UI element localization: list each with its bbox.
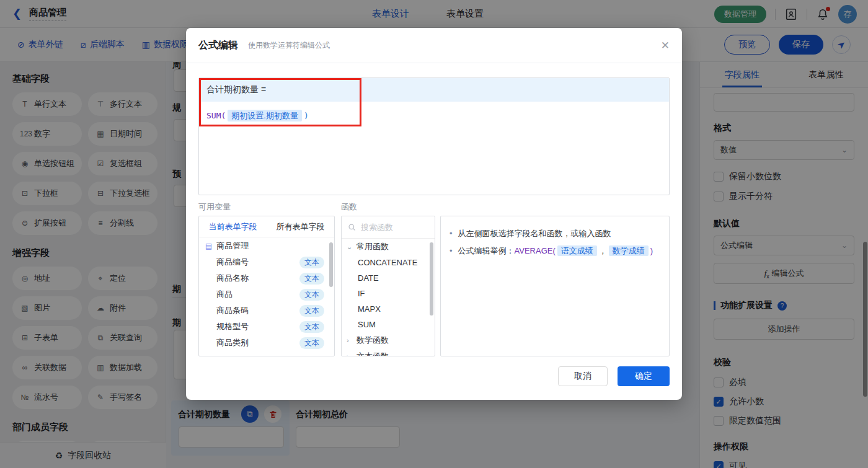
chevron-right-icon: › [347,337,353,344]
function-group-label: 常用函数 [356,241,389,252]
variables-tree-root[interactable]: ▤ 商品管理 [199,237,334,254]
field-type-badge: 文本 [299,305,324,317]
modal-titlebar: 公式编辑 使用数学运算符编辑公式 ✕ [186,28,682,63]
function-item[interactable]: MAPX [342,301,435,317]
variables-tabs: 当前表单字段 所有表单字段 [199,216,334,237]
example-chip: 数学成绩 [609,245,649,256]
field-type-badge: 文本 [299,273,324,285]
variable-field-row[interactable]: 商品 文本 [199,286,334,302]
variable-field-name: 商品类别 [216,337,249,348]
variable-field-name: 商品条码 [216,305,249,316]
help-tip-text: 从左侧面板选择字段名和函数，或输入函数 [458,227,611,240]
example-prefix: 公式编辑举例： [458,246,515,255]
formula-target-label: 合计期初数量 = [206,84,266,95]
formula-editor-area[interactable]: 合计期初数量 = SUM(期初设置.期初数量) [198,77,670,195]
tree-root-label: 商品管理 [216,241,249,252]
example-close-paren: ) [650,246,653,255]
functions-panel: ⌄ 常用函数 CONCATENATEDATEIFMAPXSUM › 数学函数 ›… [341,216,435,356]
variable-field-row[interactable]: 规格型号 文本 [199,319,334,335]
variable-field-name: 商品编号 [216,257,249,268]
scrollbar-thumb[interactable] [329,242,333,287]
function-search-input[interactable] [361,223,423,232]
formula-function-token: SUM( [206,111,226,120]
modal-title: 公式编辑 [198,39,238,52]
confirm-button[interactable]: 确定 [618,366,670,386]
scrollbar-thumb[interactable] [430,242,433,316]
function-item[interactable]: IF [342,286,435,301]
formula-field-chip[interactable]: 期初设置.期初数量 [228,110,302,121]
field-type-badge: 文本 [299,257,324,268]
tab-current-form-fields[interactable]: 当前表单字段 [199,216,267,237]
help-panel: • 从左侧面板选择字段名和函数，或输入函数 • 公式编辑举例：AVERAGE(语… [440,216,670,356]
variable-field-row[interactable]: 商品类别 文本 [199,335,334,351]
tab-all-form-fields[interactable]: 所有表单字段 [267,216,334,237]
chevron-right-icon: › [347,353,353,356]
function-group-label: 文本函数 [356,351,389,356]
chevron-down-icon: ⌄ [347,243,353,251]
search-icon [348,223,356,232]
example-function: AVERAGE( [515,246,556,255]
formula-close-paren: ) [304,111,309,120]
form-document-icon: ▤ [205,242,212,250]
cancel-button[interactable]: 取消 [558,366,608,386]
help-example: • 公式编辑举例：AVERAGE(语文成绩，数学成绩) [450,245,660,257]
variable-field-name: 规格型号 [216,321,249,332]
example-chip: 语文成绩 [557,245,597,256]
variable-field-name: 商品名称 [216,273,249,284]
variables-panel: 当前表单字段 所有表单字段 ▤ 商品管理 商品编号 文本 商品名称 文本 商品 … [198,216,335,356]
variable-field-name: 商品 [216,289,232,300]
field-type-badge: 文本 [299,321,324,333]
modal-footer: 取消 确定 [558,366,670,386]
function-list: CONCATENATEDATEIFMAPXSUM [342,255,435,332]
bullet-icon: • [450,245,453,257]
function-item[interactable]: CONCATENATE [342,255,435,270]
function-group-label: 数学函数 [356,335,389,346]
variable-field-row[interactable]: 商品条码 文本 [199,302,334,319]
bullet-icon: • [450,227,453,240]
field-type-badge: 文本 [299,289,324,301]
field-type-badge: 文本 [299,337,324,349]
functions-panel-label: 函数 [341,201,357,213]
variables-field-list: 商品编号 文本 商品名称 文本 商品 文本 商品条码 文本 规格型号 文本 商品… [199,254,334,351]
function-item[interactable]: SUM [342,317,435,332]
function-group-collapsed[interactable]: › 数学函数 [342,332,435,348]
help-example-text: 公式编辑举例：AVERAGE(语文成绩，数学成绩) [458,245,653,257]
variables-panel-label: 可用变量 [198,201,231,213]
function-group-collapsed[interactable]: › 文本函数 [342,348,435,356]
variable-field-row[interactable]: 商品名称 文本 [199,270,334,286]
function-group-common[interactable]: ⌄ 常用函数 [342,239,435,255]
function-item[interactable]: DATE [342,270,435,286]
close-icon[interactable]: ✕ [661,39,670,52]
formula-editor-modal: 公式编辑 使用数学运算符编辑公式 ✕ 合计期初数量 = SUM(期初设置.期初数… [186,28,682,400]
example-comma: ， [599,246,607,255]
modal-subtitle: 使用数学运算符编辑公式 [248,40,330,51]
variable-field-row[interactable]: 商品编号 文本 [199,254,334,270]
function-groups-collapsed: › 数学函数 › 文本函数 [342,332,435,356]
function-search-box[interactable] [342,216,435,239]
formula-expression[interactable]: SUM(期初设置.期初数量) [199,102,669,130]
help-tip: • 从左侧面板选择字段名和函数，或输入函数 [450,227,660,240]
formula-target-row: 合计期初数量 = [199,78,669,102]
